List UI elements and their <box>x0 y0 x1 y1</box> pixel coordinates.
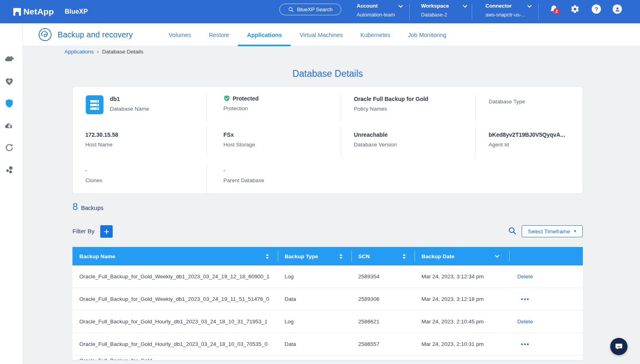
sync-restore-icon[interactable] <box>4 142 14 153</box>
sort-icon[interactable] <box>266 254 269 259</box>
table-row: Oracle_Full_Backup_for_Gold_Weekly_db1_2… <box>72 265 583 288</box>
divider <box>475 94 476 121</box>
host-storage-label: Host Storage <box>223 142 255 148</box>
agent-id-label: Agent Id <box>489 142 565 148</box>
dropdown-arrow-icon: ▼ <box>573 229 577 233</box>
select-timeframe-button[interactable]: Select Timeframe ▼ <box>522 225 583 237</box>
delete-link[interactable]: Delete <box>517 319 533 325</box>
tab-volumes[interactable]: Volumes <box>160 23 200 46</box>
backups-heading: 8 Backups <box>72 201 103 212</box>
chevron-down-icon <box>463 3 467 7</box>
help-icon[interactable]: ? <box>592 4 601 14</box>
add-filter-button[interactable]: + <box>100 225 113 238</box>
field-agent-id: bKed8yv2T19BJ0V5QyqvA... Agent Id <box>489 132 565 148</box>
field-policy-names: Oracle Full Backup for Gold Policy Names <box>354 96 428 112</box>
user-avatar-icon[interactable] <box>613 4 622 14</box>
notification-count-badge: 2 <box>553 8 560 14</box>
field-database-version: Unreachable Database Version <box>354 132 397 148</box>
brand: NetApp BlueXP <box>13 0 88 23</box>
chevron-down-icon <box>398 3 403 7</box>
backup-type-cell: Data <box>278 341 351 347</box>
bluexp-search[interactable]: BlueXP Search <box>279 4 341 15</box>
backup-name-cell: Oracle_Full_Backup_for_Gold_... <box>72 356 278 360</box>
host-storage-value: FSx <box>223 132 255 138</box>
divider <box>206 94 207 121</box>
backup-name-cell: Oracle_Full_Backup_for_Gold_Hourly_db1_2… <box>72 319 278 325</box>
left-sidebar <box>0 23 23 364</box>
database-name-label: Database Name <box>110 106 149 112</box>
chat-help-button[interactable] <box>610 338 628 355</box>
table-row-partial: Oracle_Full_Backup_for_Gold_... <box>72 356 583 360</box>
scn-cell: 2586621 <box>351 319 415 325</box>
parent-database-label: Parent Database <box>223 177 264 183</box>
backup-name-cell: Oracle_Full_Backup_for_Gold_Weekly_db1_2… <box>72 274 278 280</box>
field-clones: - Clones <box>85 167 102 183</box>
backup-type-cell: Log <box>278 319 351 325</box>
top-bar: NetApp BlueXP BlueXP Search Account Auto… <box>0 0 640 23</box>
scn-cell: 2586557 <box>351 341 415 347</box>
backups-table: Backup Name Backup Type SCN Backup Date … <box>72 247 583 360</box>
tab-kubernetes[interactable]: Kubernetes <box>351 23 399 46</box>
column-header-actions <box>509 247 583 265</box>
agent-id-value: bKed8yv2T19BJ0V5QyqvA... <box>489 132 565 138</box>
divider <box>341 94 341 121</box>
backup-date-cell: Mar 24, 2023, 3:12:34 pm <box>415 274 509 280</box>
breadcrumb: Applications › Database Details <box>64 48 143 55</box>
column-header-backup-type[interactable]: Backup Type <box>278 247 351 265</box>
sort-icon[interactable] <box>339 254 343 259</box>
divider <box>341 127 341 157</box>
table-row: Oracle_Full_Backup_for_Gold_Hourly_db1_2… <box>72 333 583 356</box>
tab-job-monitoring[interactable]: Job Monitoring <box>399 23 455 46</box>
page-title: Database Details <box>72 68 583 79</box>
field-database-name: db1 Database Name <box>110 96 149 112</box>
service-title: Backup and recovery <box>58 30 133 39</box>
search-icon <box>288 7 294 12</box>
field-host-storage: FSx Host Storage <box>223 132 255 148</box>
row-actions-menu[interactable]: ••• <box>521 296 530 302</box>
delete-link[interactable]: Delete <box>517 274 533 280</box>
policy-names-value: Oracle Full Backup for Gold <box>354 96 428 102</box>
clones-value: - <box>85 167 102 174</box>
table-header: Backup Name Backup Type SCN Backup Date <box>72 247 583 265</box>
table-row: Oracle_Full_Backup_for_Gold_Hourly_db1_2… <box>72 311 583 333</box>
sort-descending-icon[interactable] <box>495 253 499 257</box>
select-timeframe-label: Select Timeframe <box>528 228 570 234</box>
account-menu[interactable]: Account Automation-team <box>357 3 409 18</box>
divider <box>206 165 207 193</box>
cloud-lock-icon[interactable] <box>4 120 14 131</box>
tab-applications[interactable]: Applications <box>238 23 291 46</box>
search-label: BlueXP Search <box>297 6 332 12</box>
table-row: Oracle_Full_Backup_for_Gold_Weekly_db1_2… <box>72 288 583 311</box>
connector-value: aws-snapctr-us-... <box>485 12 538 18</box>
breadcrumb-applications-link[interactable]: Applications <box>64 49 94 55</box>
canvas-clouds-icon[interactable] <box>4 54 14 64</box>
divider <box>472 4 472 20</box>
divider <box>409 4 410 20</box>
settings-gear-icon[interactable] <box>570 4 580 14</box>
protection-value: Protected <box>233 95 259 102</box>
workspace-label: Workspace <box>421 3 449 9</box>
table-search-icon[interactable] <box>508 226 517 235</box>
divider <box>538 4 539 20</box>
row-actions-menu[interactable]: ••• <box>521 341 530 348</box>
backup-name-header-label: Backup Name <box>79 253 115 259</box>
protection-shield-icon[interactable] <box>4 98 14 109</box>
health-heart-icon[interactable] <box>4 76 14 86</box>
tab-virtual-machines[interactable]: Virtual Machines <box>291 23 351 46</box>
tab-restore[interactable]: Restore <box>200 23 238 46</box>
chat-bubble-icon <box>615 342 623 351</box>
cluster-dots-icon[interactable] <box>4 165 14 175</box>
scn-cell: 2589306 <box>351 296 415 302</box>
column-header-scn[interactable]: SCN <box>351 247 415 265</box>
workspace-menu[interactable]: Workspace Database-2 <box>421 3 473 18</box>
field-host-name: 172.30.15.58 Host Name <box>85 132 118 148</box>
bluexp-product-name: BlueXP <box>65 8 88 15</box>
column-header-backup-name[interactable]: Backup Name <box>72 247 278 265</box>
sort-icon[interactable] <box>403 254 406 259</box>
netapp-logo-text: NetApp <box>23 7 54 16</box>
policy-names-label: Policy Names <box>354 106 428 112</box>
backup-type-header-label: Backup Type <box>285 253 318 259</box>
connector-menu[interactable]: Connector aws-snapctr-us-... <box>485 3 538 18</box>
chevron-down-icon <box>527 3 532 7</box>
column-header-backup-date[interactable]: Backup Date <box>415 247 509 265</box>
